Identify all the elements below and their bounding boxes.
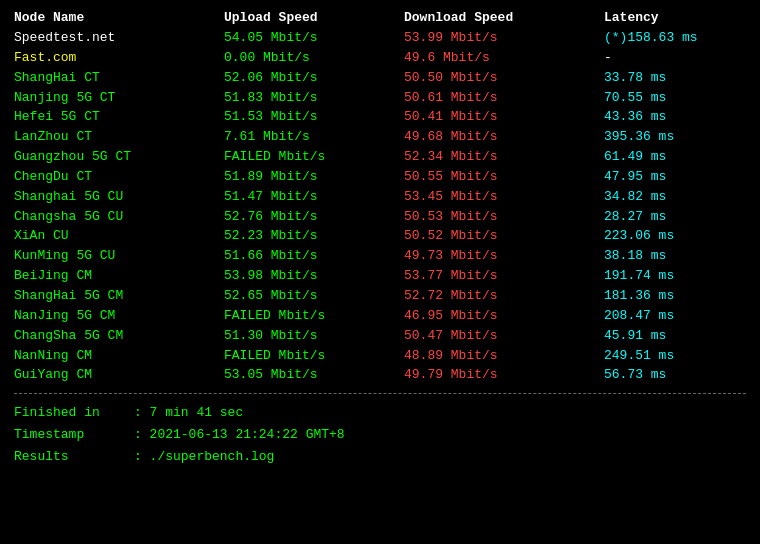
cell-upload-speed: 7.61 Mbit/s: [224, 128, 404, 147]
table-header: Node Name Upload Speed Download Speed La…: [14, 10, 746, 25]
cell-latency: 249.51 ms: [604, 347, 760, 366]
divider: [14, 393, 746, 394]
cell-download-speed: 52.72 Mbit/s: [404, 287, 604, 306]
cell-upload-speed: FAILED Mbit/s: [224, 148, 404, 167]
cell-latency: 61.49 ms: [604, 148, 760, 167]
cell-upload-speed: 53.98 Mbit/s: [224, 267, 404, 286]
cell-latency: 28.27 ms: [604, 208, 760, 227]
cell-download-speed: 50.41 Mbit/s: [404, 108, 604, 127]
cell-upload-speed: 52.76 Mbit/s: [224, 208, 404, 227]
cell-node-name: NanNing CM: [14, 347, 224, 366]
cell-upload-speed: 52.06 Mbit/s: [224, 69, 404, 88]
table-body: Speedtest.net54.05 Mbit/s53.99 Mbit/s(*)…: [14, 29, 746, 385]
cell-node-name: Hefei 5G CT: [14, 108, 224, 127]
table-row: KunMing 5G CU51.66 Mbit/s49.73 Mbit/s38.…: [14, 247, 746, 266]
cell-node-name: NanJing 5G CM: [14, 307, 224, 326]
cell-latency: 395.36 ms: [604, 128, 760, 147]
cell-node-name: Fast.com: [14, 49, 224, 68]
header-upload-speed: Upload Speed: [224, 10, 404, 25]
cell-download-speed: 49.6 Mbit/s: [404, 49, 604, 68]
cell-upload-speed: 53.05 Mbit/s: [224, 366, 404, 385]
cell-download-speed: 50.50 Mbit/s: [404, 69, 604, 88]
cell-latency: 38.18 ms: [604, 247, 760, 266]
cell-latency: 70.55 ms: [604, 89, 760, 108]
table-row: NanJing 5G CMFAILED Mbit/s46.95 Mbit/s20…: [14, 307, 746, 326]
cell-download-speed: 53.99 Mbit/s: [404, 29, 604, 48]
cell-node-name: Shanghai 5G CU: [14, 188, 224, 207]
table-row: Fast.com0.00 Mbit/s49.6 Mbit/s-: [14, 49, 746, 68]
cell-upload-speed: FAILED Mbit/s: [224, 307, 404, 326]
footer-timestamp-value: : 2021-06-13 21:24:22 GMT+8: [134, 424, 345, 446]
cell-download-speed: 52.34 Mbit/s: [404, 148, 604, 167]
cell-node-name: GuiYang CM: [14, 366, 224, 385]
cell-node-name: Changsha 5G CU: [14, 208, 224, 227]
footer-timestamp-label: Timestamp: [14, 424, 134, 446]
cell-node-name: KunMing 5G CU: [14, 247, 224, 266]
cell-download-speed: 50.61 Mbit/s: [404, 89, 604, 108]
cell-download-speed: 53.77 Mbit/s: [404, 267, 604, 286]
cell-upload-speed: 51.30 Mbit/s: [224, 327, 404, 346]
cell-latency: 181.36 ms: [604, 287, 760, 306]
cell-latency: 208.47 ms: [604, 307, 760, 326]
cell-upload-speed: 52.65 Mbit/s: [224, 287, 404, 306]
cell-upload-speed: 51.53 Mbit/s: [224, 108, 404, 127]
table-row: NanNing CMFAILED Mbit/s48.89 Mbit/s249.5…: [14, 347, 746, 366]
header-download-speed: Download Speed: [404, 10, 604, 25]
cell-node-name: ShangHai 5G CM: [14, 287, 224, 306]
table-row: ChangSha 5G CM51.30 Mbit/s50.47 Mbit/s45…: [14, 327, 746, 346]
cell-download-speed: 49.79 Mbit/s: [404, 366, 604, 385]
footer-finished-value: : 7 min 41 sec: [134, 402, 243, 424]
cell-latency: 33.78 ms: [604, 69, 760, 88]
footer-results-row: Results : ./superbench.log: [14, 446, 746, 468]
table-row: Hefei 5G CT51.53 Mbit/s50.41 Mbit/s43.36…: [14, 108, 746, 127]
cell-latency: 47.95 ms: [604, 168, 760, 187]
table-row: Changsha 5G CU52.76 Mbit/s50.53 Mbit/s28…: [14, 208, 746, 227]
cell-download-speed: 49.73 Mbit/s: [404, 247, 604, 266]
cell-latency: 223.06 ms: [604, 227, 760, 246]
table-row: ShangHai CT52.06 Mbit/s50.50 Mbit/s33.78…: [14, 69, 746, 88]
cell-node-name: ChengDu CT: [14, 168, 224, 187]
cell-latency: 43.36 ms: [604, 108, 760, 127]
cell-upload-speed: 51.83 Mbit/s: [224, 89, 404, 108]
cell-download-speed: 46.95 Mbit/s: [404, 307, 604, 326]
cell-node-name: Nanjing 5G CT: [14, 89, 224, 108]
table-row: Nanjing 5G CT51.83 Mbit/s50.61 Mbit/s70.…: [14, 89, 746, 108]
cell-latency: (*)158.63 ms: [604, 29, 760, 48]
cell-node-name: XiAn CU: [14, 227, 224, 246]
cell-upload-speed: FAILED Mbit/s: [224, 347, 404, 366]
cell-node-name: LanZhou CT: [14, 128, 224, 147]
footer-section: Finished in : 7 min 41 sec Timestamp : 2…: [14, 402, 746, 468]
cell-node-name: ShangHai CT: [14, 69, 224, 88]
footer-results-label: Results: [14, 446, 134, 468]
cell-upload-speed: 51.47 Mbit/s: [224, 188, 404, 207]
cell-latency: 34.82 ms: [604, 188, 760, 207]
cell-download-speed: 50.52 Mbit/s: [404, 227, 604, 246]
cell-node-name: Speedtest.net: [14, 29, 224, 48]
cell-latency: 45.91 ms: [604, 327, 760, 346]
table-row: BeiJing CM53.98 Mbit/s53.77 Mbit/s191.74…: [14, 267, 746, 286]
table-row: LanZhou CT7.61 Mbit/s49.68 Mbit/s395.36 …: [14, 128, 746, 147]
table-row: Shanghai 5G CU51.47 Mbit/s53.45 Mbit/s34…: [14, 188, 746, 207]
footer-finished-label: Finished in: [14, 402, 134, 424]
table-row: ShangHai 5G CM52.65 Mbit/s52.72 Mbit/s18…: [14, 287, 746, 306]
table-row: GuiYang CM53.05 Mbit/s49.79 Mbit/s56.73 …: [14, 366, 746, 385]
cell-upload-speed: 51.66 Mbit/s: [224, 247, 404, 266]
footer-finished-row: Finished in : 7 min 41 sec: [14, 402, 746, 424]
table-row: XiAn CU52.23 Mbit/s50.52 Mbit/s223.06 ms: [14, 227, 746, 246]
cell-download-speed: 48.89 Mbit/s: [404, 347, 604, 366]
footer-timestamp-row: Timestamp : 2021-06-13 21:24:22 GMT+8: [14, 424, 746, 446]
cell-node-name: BeiJing CM: [14, 267, 224, 286]
footer-results-value: : ./superbench.log: [134, 446, 274, 468]
cell-download-speed: 50.55 Mbit/s: [404, 168, 604, 187]
cell-upload-speed: 0.00 Mbit/s: [224, 49, 404, 68]
table-row: ChengDu CT51.89 Mbit/s50.55 Mbit/s47.95 …: [14, 168, 746, 187]
cell-download-speed: 53.45 Mbit/s: [404, 188, 604, 207]
cell-download-speed: 50.53 Mbit/s: [404, 208, 604, 227]
header-latency: Latency: [604, 10, 760, 25]
cell-upload-speed: 52.23 Mbit/s: [224, 227, 404, 246]
cell-download-speed: 49.68 Mbit/s: [404, 128, 604, 147]
table-row: Guangzhou 5G CTFAILED Mbit/s52.34 Mbit/s…: [14, 148, 746, 167]
cell-upload-speed: 51.89 Mbit/s: [224, 168, 404, 187]
header-node-name: Node Name: [14, 10, 224, 25]
cell-latency: -: [604, 49, 760, 68]
